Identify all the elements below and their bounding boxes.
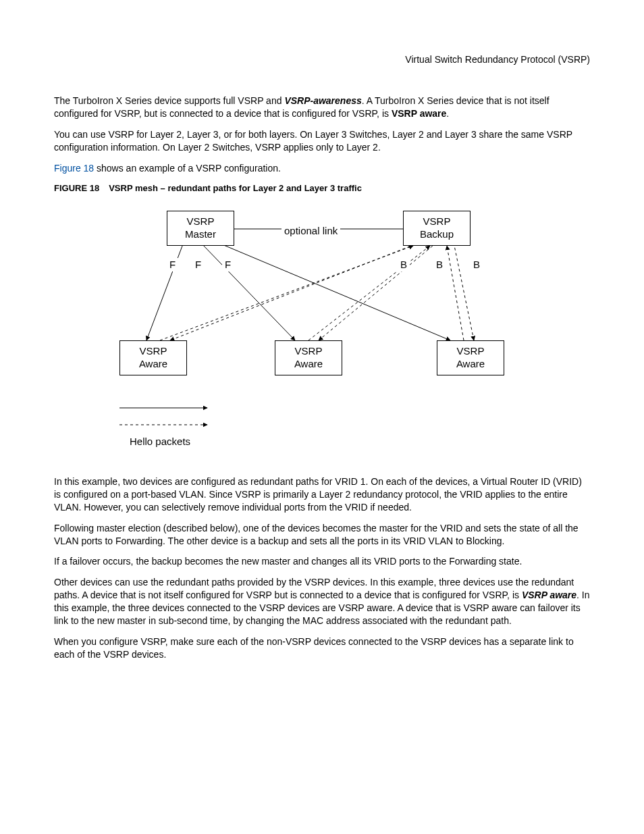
label-f: F xyxy=(222,258,234,271)
para-6: If a failover occurs, the backup becomes… xyxy=(54,555,590,568)
label-b: B xyxy=(433,258,446,271)
label-f: F xyxy=(192,258,204,271)
figure-diagram: VSRP Master VSRP Backup VSRP Aware VSRP … xyxy=(106,205,538,462)
node-vsrp-aware-1: VSRP Aware xyxy=(119,340,187,375)
text: Master xyxy=(185,228,216,240)
text: Other devices can use the redundant path… xyxy=(54,577,574,600)
text: Aware xyxy=(294,358,323,369)
page: Virtual Switch Redundancy Protocol (VSRP… xyxy=(0,0,644,834)
node-vsrp-master: VSRP Master xyxy=(167,211,234,246)
svg-line-1 xyxy=(146,242,184,340)
svg-line-5 xyxy=(319,242,437,340)
figure-caption: FIGURE 18VSRP mesh – redundant paths for… xyxy=(54,182,590,194)
label-f: F xyxy=(167,258,178,271)
body: The TurboIron X Series device supports f… xyxy=(54,95,590,661)
para-4: In this example, two devices are configu… xyxy=(54,475,590,514)
node-vsrp-aware-2: VSRP Aware xyxy=(275,340,342,375)
text: Aware xyxy=(139,358,167,369)
svg-line-2 xyxy=(200,242,295,340)
label-b: B xyxy=(471,258,483,271)
svg-line-4 xyxy=(170,242,420,340)
node-vsrp-aware-3: VSRP Aware xyxy=(437,340,504,375)
svg-line-9 xyxy=(447,246,464,340)
term-vsrp-aware: VSRP aware xyxy=(392,108,446,119)
section-header: Virtual Switch Redundancy Protocol (VSRP… xyxy=(405,54,590,65)
text: Aware xyxy=(456,358,485,369)
svg-line-6 xyxy=(454,242,474,340)
text: VSRP xyxy=(295,345,323,357)
text: VSRP xyxy=(140,345,167,357)
text: The TurboIron X Series device supports f… xyxy=(54,95,284,106)
figure-title: VSRP mesh – redundant paths for Layer 2 … xyxy=(109,183,362,193)
text: shows an example of a VSRP configuration… xyxy=(94,163,281,174)
node-vsrp-backup: VSRP Backup xyxy=(403,211,471,246)
text: VSRP xyxy=(187,215,215,227)
legend-hello-packets: Hello packets xyxy=(130,435,190,448)
text: VSRP xyxy=(423,215,451,227)
para-1: The TurboIron X Series device supports f… xyxy=(54,95,590,120)
para-5: Following master election (described bel… xyxy=(54,522,590,548)
para-7: Other devices can use the redundant path… xyxy=(54,576,590,627)
text: VSRP xyxy=(457,345,485,357)
label-optional-link: optional link xyxy=(281,224,340,238)
term-vsrp-aware: VSRP aware xyxy=(522,590,576,600)
figure-number: FIGURE 18 xyxy=(54,183,99,193)
para-8: When you configure VSRP, make sure each … xyxy=(54,635,590,661)
label-b: B xyxy=(398,258,410,271)
text: Backup xyxy=(420,228,454,240)
svg-line-8 xyxy=(308,246,430,340)
para-2: You can use VSRP for Layer 2, Layer 3, o… xyxy=(54,128,590,154)
para-3: Figure 18 shows an example of a VSRP con… xyxy=(54,162,590,175)
text: . xyxy=(446,108,449,119)
link-figure-18[interactable]: Figure 18 xyxy=(54,163,94,174)
term-vsrp-awareness: VSRP-awareness xyxy=(284,95,361,106)
